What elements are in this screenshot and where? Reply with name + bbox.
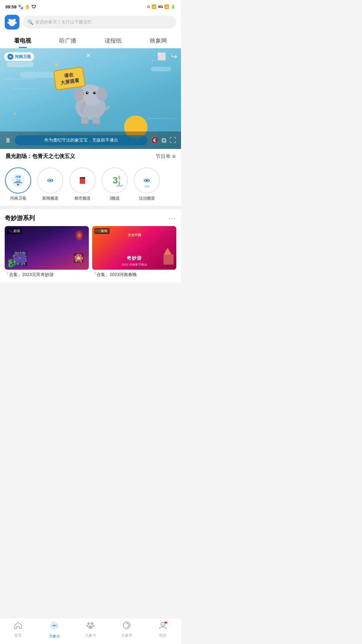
- video-card-title-2: 「合集」2023河南春晚: [92, 270, 176, 279]
- timer-icon: ⊙: [147, 4, 150, 9]
- svg-text:channel: channel: [117, 184, 123, 187]
- status-time-area: 09:59 🐾 ✋ 🛡: [5, 4, 36, 9]
- close-overlay-button[interactable]: ✕: [86, 52, 90, 59]
- svg-point-9: [97, 88, 107, 101]
- sign-board: 请在 大屏观看: [53, 66, 85, 91]
- status-time: 09:59: [5, 4, 16, 9]
- shield-icon: 🛡: [32, 4, 36, 9]
- svg-rect-14: [81, 117, 88, 124]
- channel-circle-news: [37, 167, 63, 194]
- channel-circle-henantv: 河南 卫视: [5, 167, 31, 194]
- svg-point-11: [87, 92, 88, 93]
- channel-item-henantv[interactable]: 河南 卫视 河南卫视: [3, 167, 33, 201]
- video-card-2[interactable]: 中原银行 文化中国 奇妙游 2023 河南春节晚会 🐾 新闻 「合集」2023河…: [92, 226, 176, 279]
- header: 🔍 奋进的春天丨太行山下建设忙: [0, 12, 181, 33]
- section-divider: [0, 206, 181, 209]
- svg-text:河南: 河南: [15, 175, 21, 178]
- video-badge-1: 🐾 新闻: [7, 228, 22, 234]
- program-list-button[interactable]: 节目单 ≡: [156, 153, 176, 160]
- video-area[interactable]: ✦ ✦ ✦ ✦: [0, 48, 181, 149]
- svg-point-38: [146, 179, 148, 181]
- channel-logo-overlay: 河南卫视: [4, 52, 34, 61]
- channel-label-ch3: 3频道: [110, 196, 120, 201]
- share-button[interactable]: ↪: [171, 52, 177, 61]
- list-icon: ≡: [172, 153, 176, 160]
- search-bar[interactable]: 🔍 奋进的春天丨太行山下建设忙: [23, 16, 176, 29]
- svg-point-8: [76, 90, 83, 99]
- video-bottom-bar: ⏸ 作为遵纪守法的象宝宝，无版权不播出 🔇 ⧉ ⛶: [0, 131, 181, 149]
- battery-icon: 🔋: [171, 4, 176, 9]
- svg-point-2: [13, 19, 16, 21]
- cast-button[interactable]: ⬜: [157, 52, 166, 61]
- video-thumb-1: 🎆 🏮 🎇 🐉 🐾 新闻: [5, 226, 89, 270]
- svg-rect-15: [93, 117, 100, 124]
- video-grid: 🎆 🏮 🎇 🐉 🐾 新闻 「合集」2023元宵奇妙游 中原银行 文化中国 奇妙游: [5, 226, 176, 282]
- svg-point-4: [15, 22, 17, 24]
- svg-point-29: [49, 179, 51, 181]
- channel-label-dushi: 都市频道: [74, 196, 90, 201]
- pip-button[interactable]: ⧉: [162, 137, 166, 144]
- section-more-button[interactable]: ···: [169, 214, 176, 222]
- channel-label-fazhi: 法治频道: [139, 196, 155, 201]
- svg-point-19: [93, 123, 96, 125]
- svg-text:卫视: 卫视: [16, 179, 20, 181]
- svg-text:法治: 法治: [144, 185, 149, 187]
- hand-icon: ✋: [25, 4, 30, 9]
- program-info: 晨光剧场：包青天之七侠五义 节目单 ≡: [0, 149, 181, 164]
- video-thumb-2: 中原银行 文化中国 奇妙游 2023 河南春节晚会 🐾 新闻: [92, 226, 176, 270]
- status-icons-right: ⊙ 📶 4G 📶 🔋: [147, 4, 176, 9]
- paw-icon: 🐾: [18, 4, 23, 9]
- svg-point-3: [7, 22, 9, 24]
- wifi-icon: 📶: [152, 4, 157, 9]
- app-logo[interactable]: [5, 15, 19, 30]
- tab-tv[interactable]: 看电视: [0, 35, 45, 48]
- nav-tabs: 看电视 听广播 读报纸 映象网: [0, 33, 181, 48]
- channel-item-ch3[interactable]: 3 channel 3频道: [100, 167, 129, 201]
- tab-yingxiang[interactable]: 映象网: [136, 35, 181, 48]
- svg-point-17: [81, 123, 85, 125]
- channel-item-fazhi[interactable]: 法治 法治频道: [132, 167, 162, 201]
- svg-point-13: [95, 92, 96, 93]
- video-badge-2: 🐾 新闻: [94, 228, 110, 234]
- video-card-1[interactable]: 🎆 🏮 🎇 🐉 🐾 新闻 「合集」2023元宵奇妙游: [5, 226, 89, 279]
- channel-circle-fazhi: 法治: [134, 167, 160, 194]
- search-icon: 🔍: [27, 19, 33, 25]
- channel-item-news[interactable]: 新闻频道: [36, 167, 65, 201]
- channel-list: 河南 卫视 河南卫视 新闻频道: [0, 164, 181, 206]
- svg-point-26: [17, 183, 19, 185]
- channel-item-dushi[interactable]: 都市频道: [68, 167, 97, 201]
- video-card-title-1: 「合集」2023元宵奇妙游: [5, 270, 89, 279]
- section-header: 奇妙游系列 ···: [5, 214, 176, 222]
- pause-button[interactable]: ⏸: [5, 137, 11, 144]
- video-top-controls: ⬜ ↪: [157, 52, 177, 61]
- subtitle-text: 作为遵纪守法的象宝宝，无版权不播出: [15, 135, 147, 145]
- program-title: 晨光剧场：包青天之七侠五义: [5, 153, 75, 160]
- svg-rect-32: [80, 177, 85, 178]
- search-placeholder-text: 奋进的春天丨太行山下建设忙: [35, 19, 92, 25]
- section-title: 奇妙游系列: [5, 214, 35, 222]
- channel-circle-ch3: 3 channel: [102, 167, 128, 194]
- mute-button[interactable]: 🔇: [151, 137, 158, 144]
- tab-radio[interactable]: 听广播: [45, 35, 90, 48]
- video-container: ✦ ✦ ✦ ✦: [0, 48, 181, 149]
- signal-text: 4G: [158, 5, 163, 9]
- signal-bars-icon: 📶: [164, 4, 169, 9]
- channel-label-henantv: 河南卫视: [10, 196, 26, 201]
- svg-point-18: [85, 123, 88, 125]
- channel-label-news: 新闻频道: [42, 196, 58, 201]
- svg-point-20: [96, 123, 100, 125]
- content-section: 奇妙游系列 ··· 🎆 🏮 🎇 🐉 🐾 新闻 「合集」2023元宵奇妙游: [0, 209, 181, 282]
- fullscreen-button[interactable]: ⛶: [170, 137, 176, 144]
- channel-circle-dushi: [69, 167, 96, 194]
- tab-newspaper[interactable]: 读报纸: [90, 35, 136, 48]
- status-bar: 09:59 🐾 ✋ 🛡 ⊙ 📶 4G 📶 🔋: [0, 0, 181, 12]
- svg-point-1: [8, 19, 11, 21]
